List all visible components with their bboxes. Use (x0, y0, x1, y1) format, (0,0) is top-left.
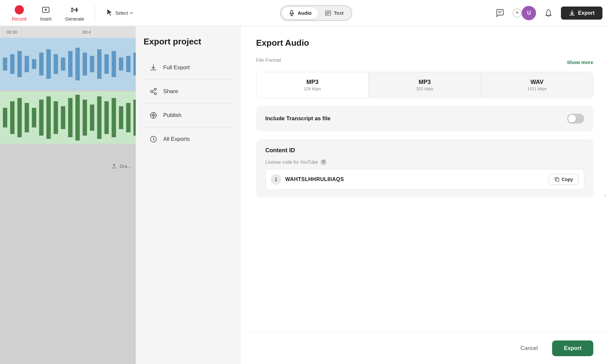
insert-label: Insert (40, 16, 52, 22)
svg-rect-189 (556, 178, 559, 181)
chat-icon (496, 9, 504, 17)
license-number: 1 (271, 174, 281, 185)
format-mp3-320-name: MP3 (373, 79, 477, 86)
share-menu-item[interactable]: Share (144, 81, 232, 102)
audio-text-toggle: Audio Text (280, 5, 352, 21)
menu-divider-1 (144, 79, 232, 80)
copy-icon (554, 177, 560, 182)
svg-rect-101 (25, 103, 29, 132)
download-icon (149, 63, 158, 72)
svg-point-181 (154, 88, 156, 90)
content-id-title: Content ID (265, 147, 584, 154)
svg-rect-108 (76, 95, 80, 141)
scroll-arrow: › (601, 192, 609, 199)
svg-rect-103 (39, 100, 44, 136)
upload-icon (111, 163, 117, 169)
toolbar: Record Insert (0, 0, 609, 26)
record-label: Record (12, 16, 26, 22)
add-user-button[interactable]: + U (513, 6, 536, 20)
text-toggle-button[interactable]: Text (318, 7, 350, 19)
select-button[interactable]: Select (100, 6, 139, 20)
format-mp3-320-button[interactable]: MP3 320 kbps (369, 72, 481, 98)
svg-rect-15 (3, 58, 7, 71)
svg-rect-112 (104, 101, 109, 134)
insert-button[interactable]: Insert (34, 2, 57, 24)
svg-rect-16 (10, 54, 14, 74)
license-label-text: License code for YouTube (265, 159, 318, 165)
svg-rect-30 (112, 51, 116, 77)
format-mp3-128-sub: 128 kbps (260, 86, 364, 91)
audio-toggle-button[interactable]: Audio (282, 7, 318, 19)
svg-point-182 (150, 91, 152, 92)
bell-icon (544, 9, 553, 17)
insert-icon (41, 5, 51, 15)
svg-rect-20 (39, 53, 44, 75)
draft-text: Dra... (120, 164, 131, 169)
menu-divider-3 (144, 127, 232, 127)
time-marker-2: 00:4 (83, 30, 91, 35)
svg-rect-24 (68, 51, 72, 77)
select-label: Select (115, 10, 128, 16)
svg-rect-115 (126, 103, 130, 132)
time-marker-1: 00:30 (7, 30, 17, 35)
svg-rect-19 (32, 59, 36, 69)
clock-icon (149, 135, 158, 144)
publish-label: Publish (163, 112, 182, 119)
record-button[interactable]: Record (7, 2, 32, 24)
bottom-spacer (256, 206, 593, 232)
license-code: WAHTSLHHRUL8IAQS (285, 176, 545, 182)
format-wav-button[interactable]: WAV 1411 kbps (481, 72, 593, 98)
svg-rect-98 (3, 108, 7, 127)
svg-rect-111 (97, 96, 101, 139)
license-row: 1 WAHTSLHHRUL8IAQS Copy (265, 169, 584, 190)
format-mp3-128-name: MP3 (260, 79, 364, 86)
svg-line-184 (152, 90, 155, 91)
plus-icon: + (513, 8, 522, 18)
bottom-actions: Cancel Export (240, 332, 609, 364)
svg-rect-28 (97, 49, 101, 79)
svg-rect-25 (76, 48, 80, 80)
content-id-section: Content ID License code for YouTube ? 1 … (256, 139, 593, 198)
generate-icon (69, 5, 80, 15)
audio-icon (288, 10, 295, 16)
svg-rect-114 (119, 106, 123, 129)
svg-rect-26 (83, 53, 87, 75)
format-mp3-128-button[interactable]: MP3 128 kbps (256, 72, 369, 98)
svg-rect-23 (61, 58, 65, 71)
all-exports-menu-item[interactable]: All Exports (144, 129, 232, 150)
file-format-header: File Format Show more (256, 57, 593, 67)
all-exports-label: All Exports (163, 136, 190, 142)
export-modal: Export project Full Export (136, 26, 609, 364)
generate-button[interactable]: Generate (60, 2, 89, 24)
export-action-button[interactable]: Export (552, 340, 593, 356)
svg-rect-21 (46, 49, 51, 79)
copy-button[interactable]: Copy (549, 174, 579, 185)
full-export-menu-item[interactable]: Full Export (144, 57, 232, 78)
show-more-button[interactable]: Show more (567, 59, 593, 65)
svg-rect-3 (71, 8, 74, 9)
panel-title: Export project (144, 37, 232, 47)
svg-rect-109 (83, 100, 87, 136)
svg-rect-100 (17, 98, 22, 137)
notification-button[interactable] (541, 6, 556, 20)
format-wav-sub: 1411 kbps (485, 86, 589, 91)
toolbar-left: Record Insert (7, 2, 139, 24)
text-mode-icon (325, 10, 331, 16)
svg-rect-104 (46, 96, 51, 139)
svg-rect-5 (71, 11, 73, 12)
chat-button[interactable] (493, 6, 507, 20)
menu-items: Full Export Share (144, 57, 232, 150)
svg-rect-18 (25, 56, 29, 72)
help-icon[interactable]: ? (321, 159, 326, 165)
text-label: Text (334, 10, 344, 16)
section-title: Export Audio (256, 38, 593, 48)
export-button[interactable]: Export (561, 7, 602, 20)
include-transcript-label: Include Transcript as file (265, 115, 330, 122)
menu-divider-2 (144, 103, 232, 104)
cancel-button[interactable]: Cancel (511, 340, 547, 356)
transcript-toggle[interactable] (567, 114, 584, 124)
select-icon (106, 8, 114, 18)
publish-menu-item[interactable]: Publish (144, 105, 232, 126)
right-panel: Export Audio File Format Show more MP3 1… (240, 26, 609, 364)
share-icon (149, 87, 158, 96)
